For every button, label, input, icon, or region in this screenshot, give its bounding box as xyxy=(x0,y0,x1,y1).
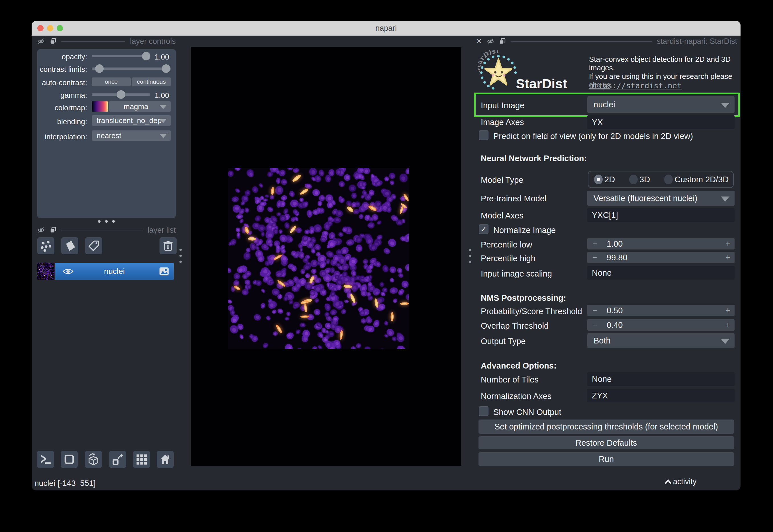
percentile-low-value: 1.00 xyxy=(607,238,623,249)
nms-postprocessing-header: NMS Postprocessing: xyxy=(481,293,566,303)
close-icon[interactable]: ✕ xyxy=(476,38,482,45)
colormap-value: magma xyxy=(114,102,148,111)
dock-splitter-handle[interactable] xyxy=(98,220,115,223)
gamma-slider-handle[interactable] xyxy=(117,90,125,99)
run-button[interactable]: Run xyxy=(478,452,734,466)
header-divider xyxy=(61,230,143,230)
float-dock-icon[interactable] xyxy=(49,38,57,45)
add-labels-layer-button[interactable] xyxy=(85,237,102,254)
add-shapes-layer-button[interactable] xyxy=(61,237,78,254)
opacity-slider[interactable] xyxy=(92,52,150,60)
percentile-low-spinbox[interactable]: − 1.00 + xyxy=(587,238,735,249)
radio-icon[interactable] xyxy=(594,175,603,184)
number-of-tiles-field[interactable]: None xyxy=(587,372,735,386)
grid-view-button[interactable] xyxy=(133,451,150,468)
model-type-option-custom[interactable]: Custom 2D/3D xyxy=(664,175,729,184)
layer-list-title: layer list xyxy=(148,226,176,235)
hide-dock-icon[interactable] xyxy=(487,38,494,45)
points-icon xyxy=(40,240,52,252)
close-window-button[interactable] xyxy=(37,25,44,31)
blending-label: blending: xyxy=(37,117,87,126)
shapes-icon xyxy=(64,240,76,252)
overlap-threshold-spinbox[interactable]: − 0.40 + xyxy=(587,319,735,331)
output-type-label: Output Type xyxy=(481,337,525,346)
set-optimized-thresholds-button[interactable]: Set optimized postprocessing thresholds … xyxy=(478,420,734,434)
output-type-value: Both xyxy=(594,333,611,348)
model-type-radio-group: 2D 3D Custom 2D/3D xyxy=(588,171,734,188)
activity-toggle[interactable]: activity xyxy=(664,477,697,486)
transpose-dimensions-button[interactable] xyxy=(109,451,126,468)
normalize-image-checkbox[interactable]: ✓ xyxy=(479,224,488,234)
add-points-layer-button[interactable] xyxy=(37,237,54,254)
nuclei-image[interactable] xyxy=(228,168,409,349)
increment-button[interactable]: + xyxy=(725,305,730,316)
blending-value: translucent_no_dep xyxy=(97,116,161,125)
chevron-down-icon xyxy=(721,103,729,108)
chevron-down-icon xyxy=(721,197,729,202)
auto-contrast-once-button[interactable]: once xyxy=(92,77,131,86)
toggle-2d-3d-button[interactable] xyxy=(61,451,78,468)
zoom-window-button[interactable] xyxy=(57,25,63,31)
hide-dock-icon[interactable] xyxy=(37,226,45,234)
image-axes-field[interactable]: YX xyxy=(587,115,735,129)
contrast-limits-label: contrast limits: xyxy=(37,65,87,74)
viewer-canvas[interactable] xyxy=(191,47,461,466)
input-image-dropdown[interactable]: nuclei xyxy=(587,96,735,113)
dock-resize-handle[interactable] xyxy=(469,249,471,263)
2d-square-icon xyxy=(63,453,75,466)
restore-defaults-button[interactable]: Restore Defaults xyxy=(478,436,734,449)
input-scaling-field[interactable]: None xyxy=(587,266,735,280)
roll-dimensions-button[interactable] xyxy=(85,451,102,468)
contrast-limits-slider[interactable] xyxy=(92,64,171,73)
model-type-option-3d[interactable]: 3D xyxy=(629,175,650,184)
minimize-window-button[interactable] xyxy=(47,25,53,31)
model-axes-label: Model Axes xyxy=(481,211,523,220)
cube-arrow-icon xyxy=(87,453,100,466)
console-button[interactable] xyxy=(37,451,54,468)
contrast-low-handle[interactable] xyxy=(95,64,104,73)
decrement-button[interactable]: − xyxy=(592,238,597,249)
prob-threshold-label: Probability/Score Threshold xyxy=(481,307,582,316)
opacity-value: 1.00 xyxy=(155,53,169,62)
percentile-high-spinbox[interactable]: − 99.80 + xyxy=(587,252,735,263)
increment-button[interactable]: + xyxy=(725,252,730,263)
output-type-dropdown[interactable]: Both xyxy=(587,333,735,348)
pretrained-model-dropdown[interactable]: Versatile (fluorescent nuclei) xyxy=(587,191,735,206)
float-dock-icon[interactable] xyxy=(49,226,57,234)
hide-dock-icon[interactable] xyxy=(37,38,45,45)
normalization-axes-field[interactable]: ZYX xyxy=(587,389,735,402)
stardist-url-link[interactable]: https://stardist.net xyxy=(589,81,682,90)
decrement-button[interactable]: − xyxy=(592,252,597,263)
home-reset-view-button[interactable] xyxy=(157,451,174,468)
input-scaling-label: Input image scaling xyxy=(481,269,552,279)
predict-fov-checkbox[interactable]: ✓ xyxy=(479,130,488,140)
auto-contrast-continuous-button[interactable]: continuous xyxy=(132,77,171,86)
show-cnn-output-checkbox[interactable]: ✓ xyxy=(479,406,488,416)
colormap-label: colormap: xyxy=(37,103,87,112)
contrast-high-handle[interactable] xyxy=(162,64,170,73)
layer-row-nuclei[interactable]: nuclei xyxy=(55,263,174,280)
decrement-button[interactable]: − xyxy=(592,305,597,316)
pretrained-model-label: Pre-trained Model xyxy=(481,194,547,203)
prob-threshold-spinbox[interactable]: − 0.50 + xyxy=(587,305,735,316)
layer-thumbnail[interactable] xyxy=(37,263,54,280)
radio-icon[interactable] xyxy=(629,175,638,184)
stardist-dock-header: ✕ stardist-napari: StarDist xyxy=(476,37,737,46)
gamma-slider[interactable] xyxy=(92,90,150,99)
number-of-tiles-label: Number of Tiles xyxy=(481,375,539,384)
delete-layer-button[interactable] xyxy=(159,237,177,254)
increment-button[interactable]: + xyxy=(725,319,730,331)
colormap-dropdown[interactable]: magma xyxy=(109,101,171,112)
radio-icon[interactable] xyxy=(664,175,673,184)
colormap-gradient-swatch xyxy=(92,101,108,112)
opacity-slider-handle[interactable] xyxy=(142,52,150,60)
blending-dropdown[interactable]: translucent_no_dep xyxy=(92,115,171,126)
float-dock-icon[interactable] xyxy=(499,38,506,45)
dock-resize-handle[interactable] xyxy=(179,249,182,263)
model-axes-field[interactable]: YXC[1] xyxy=(587,208,735,222)
model-type-option-2d[interactable]: 2D xyxy=(594,175,615,184)
decrement-button[interactable]: − xyxy=(592,319,597,331)
stardist-wordmark: StarDist xyxy=(516,76,567,91)
increment-button[interactable]: + xyxy=(725,238,730,249)
interpolation-dropdown[interactable]: nearest xyxy=(92,130,171,141)
